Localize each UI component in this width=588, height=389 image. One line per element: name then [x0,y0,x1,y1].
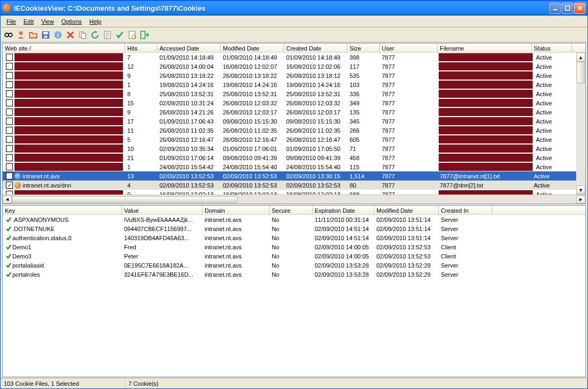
table-row[interactable]: 2101/09/2010 17:06:1409/08/2010 09:41:39… [3,153,576,162]
row-checkbox[interactable] [6,109,13,116]
scroll-down-icon[interactable]: ▼ [576,185,585,195]
cell-user: 7877 [380,182,438,189]
table-row[interactable]: 926/08/2010 14:21:2626/08/2010 12:03:172… [3,107,576,117]
row-checkbox[interactable] [6,90,13,97]
cell-accessed: 02/09/2010 10:35:34 [157,145,221,153]
binoculars-icon[interactable] [4,30,13,40]
col-key[interactable]: Key [3,206,122,215]
row-checkbox[interactable] [6,163,13,170]
row-checkbox[interactable] [6,127,13,134]
row-checkbox[interactable] [6,118,13,125]
col-filename[interactable]: Filename [438,44,532,53]
cell-modified: 09/08/2010 15:15:30 [221,118,284,125]
menu-view[interactable]: View [38,17,58,26]
titlebar[interactable]: IECookiesView: C:\Documents and Settings… [1,1,587,16]
table-row[interactable]: 1126/08/2010 11:02:3526/08/2010 11:02:35… [3,126,576,135]
row-checkbox[interactable] [6,99,13,106]
cell-modified: 01/09/2010 17:06:01 [221,145,284,153]
table-row[interactable]: 916/08/2010 12:02:1316/08/2010 12:02:131… [3,190,576,195]
table-row[interactable]: 926/08/2010 13:18:2226/08/2010 13:18:222… [3,71,576,80]
close-button[interactable] [574,3,585,14]
save-icon[interactable] [41,30,50,40]
scroll-up-icon[interactable]: ▲ [576,53,585,62]
col-createdin[interactable]: Created In [439,206,492,215]
globe-icon[interactable] [53,30,63,40]
col-value[interactable]: Value [122,206,202,215]
scroll-right-icon[interactable]: ► [576,196,585,204]
table-row[interactable]: 526/08/2010 12:16:4726/08/2010 12:16:472… [3,135,576,144]
col-accessed[interactable]: Accessed Date [157,44,221,53]
table-row[interactable]: 1226/08/2010 14:00:0416/08/2010 12:02:07… [3,62,576,71]
checkmark-icon[interactable] [115,30,125,40]
row-checkbox[interactable] [6,191,13,195]
horizontal-scrollbar[interactable]: ◄ ► [3,195,585,204]
table-row[interactable]: authentication.status.0140319DB4AFD46A63… [3,233,585,242]
cell-key: authentication.status.0 [12,235,71,241]
checkmark-icon [5,253,12,260]
col-created[interactable]: Created Date [284,44,347,53]
delete-icon[interactable] [66,30,75,40]
table-row[interactable]: ✓intranet.nt.avs/dnn402/09/2010 13:52:53… [3,181,576,190]
table-row[interactable]: portalaliasid0E195C7E6618A182A...intrane… [3,261,585,270]
folder-open-icon[interactable] [28,30,38,40]
row-checkbox[interactable] [6,63,13,70]
svg-rect-7 [44,35,48,38]
cell-size: 80 [347,182,380,189]
table-row[interactable]: 825/08/2010 13:52:3125/08/2010 13:52:312… [3,89,576,98]
exit-icon[interactable] [140,30,149,40]
table-row[interactable]: Demo3Peterintranet.nt.avsNo02/09/2010 14… [3,251,585,261]
vertical-scrollbar[interactable]: ▲ ▼ [576,53,585,195]
cell-size: 349 [347,99,380,107]
hscroll-thumb[interactable] [12,196,237,203]
row-checkbox[interactable] [6,54,13,61]
col-modified2[interactable]: Modified Date [374,206,439,215]
statusbar: 103 Cookie Files, 1 Selected 7 Cookie(s) [1,378,587,388]
scroll-thumb[interactable] [577,62,585,83]
table-row[interactable]: 119/08/2010 14:24:1619/08/2010 14:24:161… [3,80,576,89]
table-row[interactable]: 701/09/2010 14:18:4901/09/2010 14:18:490… [3,53,576,62]
table-row[interactable]: 1502/09/2010 10:31:2426/08/2010 12:03:32… [3,98,576,107]
col-user[interactable]: User [380,44,438,53]
properties-icon[interactable] [103,30,112,40]
top-rows-container[interactable]: 701/09/2010 14:18:4901/09/2010 14:18:490… [3,53,585,195]
person-icon[interactable] [16,30,26,40]
table-row[interactable]: 1002/09/2010 10:35:3401/09/2010 17:06:01… [3,144,576,153]
row-checkbox[interactable] [6,172,13,179]
cell-size: 336 [347,90,380,98]
table-row[interactable]: 1701/09/2010 17:06:4309/08/2010 15:15:30… [3,117,576,126]
row-checkbox[interactable] [6,72,13,79]
copy-icon[interactable] [78,30,88,40]
row-checkbox[interactable] [6,145,13,152]
row-checkbox[interactable] [6,154,13,161]
table-row[interactable]: portalroles3241EFE7A79E3BE16D...intranet… [3,270,585,279]
table-row[interactable]: Demo1Fredintranet.nt.avsNo02/09/2010 14:… [3,242,585,251]
menu-help[interactable]: Help [85,17,105,26]
row-checkbox[interactable] [6,136,13,143]
col-size[interactable]: Size [347,44,380,53]
minimize-button[interactable] [549,3,561,14]
col-website[interactable]: Web site / [3,44,125,53]
bottom-rows-container[interactable]: .ASPXANONYMOUSiVuBXS-BywEkAAAAZjk...intr… [3,215,585,377]
menu-edit[interactable]: Edit [20,17,38,26]
menu-file[interactable]: File [3,17,20,26]
col-expiration[interactable]: Expiration Date [313,206,374,215]
filter-icon[interactable] [127,30,137,40]
menu-options[interactable]: Options [57,17,85,26]
table-row[interactable]: .DOTNETNUKE094407CBECF1156997...intranet… [3,224,585,233]
row-checkbox[interactable]: ✓ [6,182,13,189]
row-checkbox[interactable] [6,81,13,88]
cell-website [14,135,123,143]
maximize-button[interactable] [562,3,573,14]
col-domain[interactable]: Domain [202,206,270,215]
table-row[interactable]: intranet.nt.avs1302/09/2010 13:52:5302/0… [3,171,576,181]
table-row[interactable]: .ASPXANONYMOUSiVuBXS-BywEkAAAAZjk...intr… [3,215,585,224]
col-status[interactable]: Status [532,44,572,53]
col-modified[interactable]: Modified Date [221,44,284,53]
scroll-left-icon[interactable]: ◄ [3,196,12,204]
cell-modified: 26/08/2010 12:03:17 [221,109,284,116]
cell-user: 7877 [380,63,438,70]
col-hits[interactable]: Hits [125,44,157,53]
col-secure[interactable]: Secure [270,206,313,215]
table-row[interactable]: 124/08/2010 15:54:4224/08/2010 15:54:402… [3,162,576,171]
refresh-icon[interactable] [90,30,100,40]
